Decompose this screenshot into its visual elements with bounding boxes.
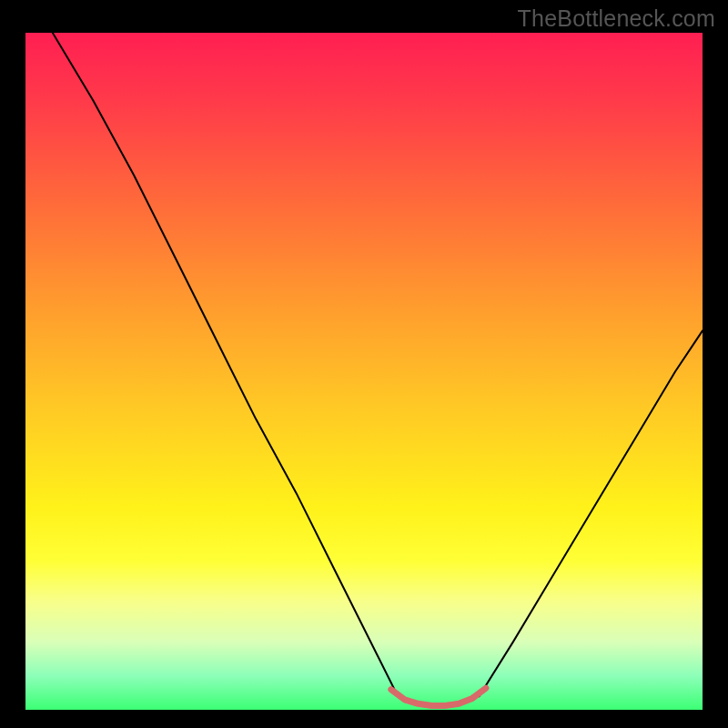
curve-left-arm	[53, 33, 398, 696]
curve-basin	[391, 688, 486, 705]
watermark-text: TheBottleneck.com	[518, 5, 715, 32]
chart-frame: TheBottleneck.com	[0, 0, 728, 728]
curve-right-arm	[480, 330, 703, 696]
plot-area	[25, 33, 703, 710]
curve-layer	[25, 33, 703, 710]
